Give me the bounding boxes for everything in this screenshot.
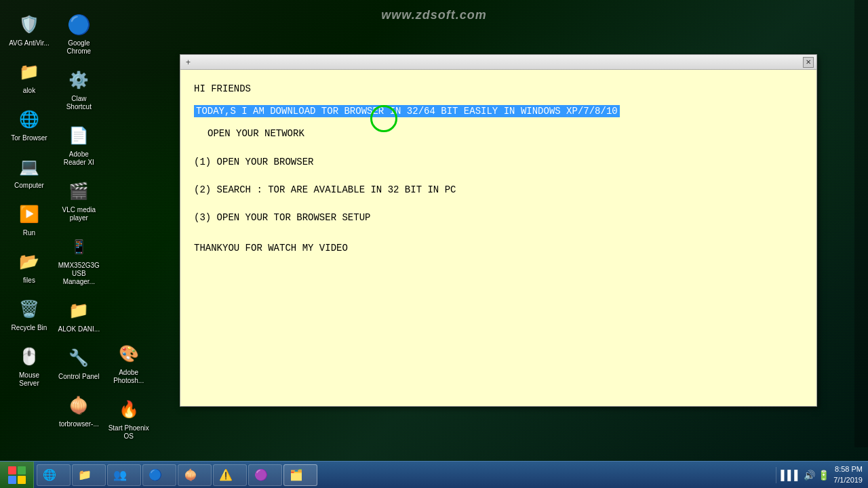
tray-volume-icon[interactable]: 🔊 <box>804 470 815 481</box>
avg-icon: 🛡️ <box>16 11 43 38</box>
start-phoenix-icon: 🔥 <box>115 396 142 423</box>
taskbar-alert-icon: ⚠️ <box>219 468 233 481</box>
notepad-titlebar: + ✕ <box>180 55 816 70</box>
windows-logo <box>8 466 26 484</box>
taskbar-app-friends[interactable]: 👥 <box>107 464 141 486</box>
taskbar-folder-icon: 🗂️ <box>290 468 303 481</box>
desktop-icon-computer[interactable]: 💻 Computer <box>5 149 53 194</box>
vlc-label: VLC media player <box>58 206 100 222</box>
tray-divider <box>776 467 776 483</box>
desktop: www.zdsoft.com 🛡️ AVG AntiVir... 📁 alok … <box>0 0 868 488</box>
tor-icon: 🌐 <box>16 106 43 133</box>
desktop-icon-run[interactable]: ▶️ Run <box>5 197 53 241</box>
run-icon: ▶️ <box>16 201 43 228</box>
taskbar-ie-icon: 🌐 <box>43 468 56 481</box>
claw-label: Claw Shortcut <box>58 95 100 111</box>
desktop-icon-adobe-reader[interactable]: 📄 Adobe Reader XI <box>55 118 102 171</box>
line-greeting: HI FRIENDS <box>194 81 803 98</box>
greeting-text: HI FRIENDS <box>194 83 251 94</box>
taskbar-apps: 🌐 📁 👥 🔵 🧅 ⚠️ 🟣 🗂️ <box>34 464 770 486</box>
right-panel <box>854 0 868 447</box>
clock-date: 7/1/2019 <box>833 475 863 485</box>
titlebar-controls: ✕ <box>803 57 814 68</box>
control-panel-label: Control Panel <box>58 373 100 381</box>
computer-label: Computer <box>14 182 44 190</box>
taskbar-app-folder[interactable]: 🗂️ <box>283 464 317 486</box>
desktop-icon-torbrowser2[interactable]: 🧅 torbrowser-... <box>55 388 102 432</box>
taskbar-app-tor[interactable]: 🧅 <box>178 464 212 486</box>
adobe-reader-label: Adobe Reader XI <box>58 150 100 167</box>
tray-network-icon[interactable]: ▌▌▌ <box>781 470 801 481</box>
close-button[interactable]: ✕ <box>803 57 814 68</box>
taskbar-app-explorer[interactable]: 📁 <box>72 464 106 486</box>
step-2-text: (2) SEARCH : TOR ARE AVAILABLE IN 32 BIT… <box>194 184 456 195</box>
torbrowser2-icon: 🧅 <box>65 392 92 419</box>
line-step-1: (1) OPEN YOUR BROWSER <box>194 154 803 171</box>
desktop-icon-tor-browser[interactable]: 🌐 Tor Browser <box>5 102 53 146</box>
taskbar-app-ie[interactable]: 🌐 <box>37 464 71 486</box>
taskbar-app-chrome[interactable]: 🔵 <box>142 464 176 486</box>
adobe-photoshop-label: Adobe Photosh... <box>108 369 150 385</box>
mmx-icon: 📱 <box>65 233 92 260</box>
win-quad-red <box>8 466 16 474</box>
notepad-window: + ✕ HI FRIENDS TODAY,S I AM DOWNLOAD TOR… <box>180 54 817 407</box>
desktop-icon-control-panel[interactable]: 🔧 Control Panel <box>55 340 102 385</box>
desktop-icon-start-phoenix[interactable]: 🔥 Start Phoenix OS <box>105 392 153 445</box>
line-step-2: (2) SEARCH : TOR ARE AVAILABLE IN 32 BIT… <box>194 182 803 199</box>
taskbar-purple-icon: 🟣 <box>254 468 268 481</box>
mmx-label: MMX352G3G USB Manager... <box>58 262 100 286</box>
step-network-text: OPEN YOUR NETWORK <box>208 128 304 139</box>
desktop-icon-mmx[interactable]: 📱 MMX352G3G USB Manager... <box>55 229 102 290</box>
line-step-network: OPEN YOUR NETWORK <box>194 125 803 142</box>
desktop-icon-claw[interactable]: ⚙️ Claw Shortcut <box>55 62 102 115</box>
desktop-icon-mouse-server[interactable]: 🖱️ Mouse Server <box>5 339 53 392</box>
files-label: files <box>23 277 35 285</box>
desktop-icon-vlc[interactable]: 🎬 VLC media player <box>55 174 102 226</box>
mouse-label: Mouse Server <box>8 371 50 388</box>
line-thanks: THANKYOU FOR WATCH MY VIDEO <box>194 240 803 257</box>
chrome-label: Google Chrome <box>58 39 100 56</box>
desktop-icon-avg[interactable]: 🛡️ AVG AntiVir... <box>5 7 53 52</box>
taskbar-app-alert[interactable]: ⚠️ <box>213 464 247 486</box>
torbrowser2-label: torbrowser-... <box>59 420 99 428</box>
step-1-text: (1) OPEN YOUR BROWSER <box>194 157 313 167</box>
desktop-icon-adobe-photoshop[interactable]: 🎨 Adobe Photosh... <box>105 336 153 389</box>
desktop-icon-files[interactable]: 📂 files <box>5 244 53 289</box>
desktop-icons-area: 🛡️ AVG AntiVir... 📁 alok 🌐 Tor Browser 💻… <box>5 7 155 447</box>
run-label: Run <box>23 229 35 237</box>
clock: 8:58 PM 7/1/2019 <box>833 464 863 485</box>
win-quad-blue <box>8 476 16 484</box>
start-button[interactable] <box>0 462 34 488</box>
thanks-text: THANKYOU FOR WATCH MY VIDEO <box>194 243 348 253</box>
alok-label: alok <box>23 87 35 95</box>
chrome-icon: 🔵 <box>65 11 92 38</box>
desktop-icon-alok-dani[interactable]: 📁 ALOK DANI... <box>55 293 102 338</box>
start-phoenix-label: Start Phoenix OS <box>108 424 150 441</box>
files-icon: 📂 <box>16 248 43 275</box>
taskbar-app-purple[interactable]: 🟣 <box>248 464 282 486</box>
taskbar: 🌐 📁 👥 🔵 🧅 ⚠️ 🟣 🗂️ <box>0 461 868 488</box>
recycle-icon: 🗑️ <box>16 296 43 323</box>
tor-label: Tor Browser <box>11 134 47 142</box>
folder-icon: 📁 <box>16 58 43 85</box>
avg-label: AVG AntiVir... <box>9 39 50 47</box>
win-quad-yellow <box>18 476 26 484</box>
alok-dani-icon: 📁 <box>65 297 92 324</box>
win-quad-green <box>18 466 26 474</box>
step-3-text: (3) OPEN YOUR TOR BROWSER SETUP <box>194 212 370 223</box>
line-step-3: (3) OPEN YOUR TOR BROWSER SETUP <box>194 209 803 226</box>
desktop-icon-recycle[interactable]: 🗑️ Recycle Bin <box>5 291 53 336</box>
taskbar-chrome-icon: 🔵 <box>149 468 162 481</box>
alok-dani-label: ALOK DANI... <box>58 325 100 333</box>
line-main-title: TODAY,S I AM DOWNLOAD TOR BROWSER IN 32/… <box>194 103 803 120</box>
taskbar-explorer-icon: 📁 <box>78 468 92 481</box>
taskbar-friends-icon: 👥 <box>113 468 127 481</box>
desktop-icon-chrome[interactable]: 🔵 Google Chrome <box>55 7 102 60</box>
watermark: www.zdsoft.com <box>381 8 486 22</box>
computer-icon: 💻 <box>16 153 43 180</box>
desktop-icon-alok[interactable]: 📁 alok <box>5 54 53 99</box>
vlc-icon: 🎬 <box>65 178 92 205</box>
taskbar-right: ▌▌▌ 🔊 🔋 8:58 PM 7/1/2019 <box>770 464 868 485</box>
mouse-icon: 🖱️ <box>16 343 43 370</box>
tray-battery-icon[interactable]: 🔋 <box>818 470 829 481</box>
